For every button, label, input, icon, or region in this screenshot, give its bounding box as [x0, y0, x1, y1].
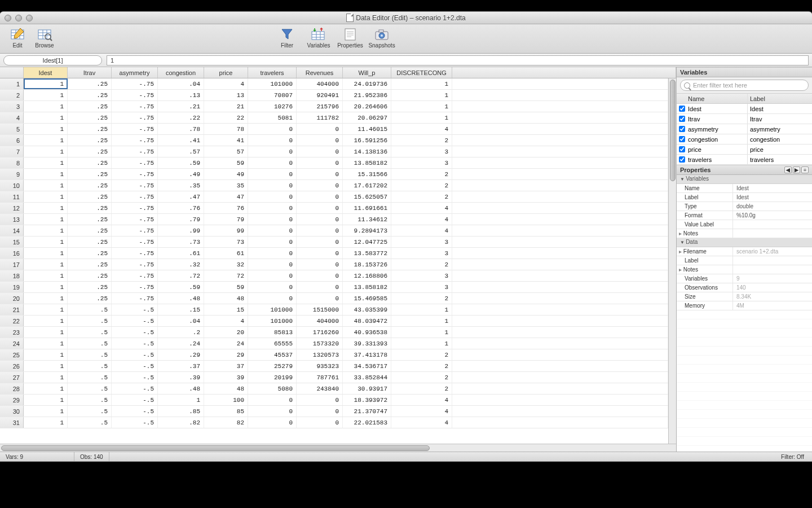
properties-button[interactable]: Properties [337, 27, 363, 52]
cell[interactable]: 2 [391, 361, 452, 371]
cell[interactable]: 0 [297, 157, 343, 168]
variable-row[interactable]: IdestIdest [677, 104, 812, 114]
cell[interactable]: 1 [24, 101, 68, 112]
cell[interactable]: 0 [248, 259, 297, 270]
properties-section-data-header[interactable]: Data [677, 238, 812, 247]
table-row[interactable]: 171.25-.75.32320018.1537262 [0, 259, 668, 270]
cell[interactable]: 2 [391, 383, 452, 394]
cell[interactable]: .13 [158, 90, 204, 100]
filter-button[interactable]: Filter [274, 27, 300, 52]
property-row[interactable]: Filenamescenario 1+2.dta [677, 247, 812, 256]
cell[interactable]: -.75 [112, 146, 158, 157]
cell[interactable]: 0 [297, 124, 343, 134]
cell[interactable]: 24.019736 [343, 78, 391, 89]
property-row[interactable]: Label [677, 256, 812, 265]
cell[interactable]: 0 [248, 157, 297, 168]
cell[interactable]: 0 [297, 203, 343, 213]
table-row[interactable]: 111.25-.75.47470015.6250572 [0, 191, 668, 203]
cell[interactable]: 79 [204, 214, 248, 225]
row-number[interactable]: 9 [0, 169, 24, 179]
cell[interactable]: 32 [204, 259, 248, 270]
variable-row[interactable]: congestioncongestion [677, 134, 812, 144]
row-number[interactable]: 3 [0, 101, 24, 112]
cell[interactable]: 2 [391, 372, 452, 383]
close-traffic-light[interactable] [5, 15, 11, 21]
cell[interactable]: 18.153726 [343, 259, 391, 270]
table-row[interactable]: 81.25-.75.59590013.8581823 [0, 157, 668, 169]
table-row[interactable]: 101.25-.75.35350017.6172022 [0, 180, 668, 191]
table-row[interactable]: 181.25-.75.72720012.1688063 [0, 270, 668, 282]
cell[interactable]: -.75 [112, 237, 158, 247]
variable-row[interactable]: priceprice [677, 144, 812, 155]
column-header-travelers[interactable]: travelers [248, 67, 297, 78]
cell[interactable]: 0 [297, 214, 343, 225]
var-header-label[interactable]: Label [748, 94, 812, 103]
cell[interactable]: 1 [24, 124, 68, 134]
cell[interactable]: 0 [248, 225, 297, 236]
cell[interactable]: 15.625057 [343, 191, 391, 202]
cell[interactable]: .5 [68, 349, 112, 360]
row-number[interactable]: 27 [0, 372, 24, 383]
variable-visibility-checkbox[interactable] [679, 136, 685, 142]
table-row[interactable]: 221.5-.5.04410100040400048.0394721 [0, 316, 668, 327]
cell-reference-box[interactable]: Idest[1] [3, 55, 102, 65]
table-row[interactable]: 151.25-.75.73730012.0477253 [0, 237, 668, 248]
column-header-Idest[interactable]: Idest [24, 67, 68, 78]
row-number[interactable]: 12 [0, 203, 24, 213]
cell[interactable]: 41 [204, 135, 248, 146]
cell[interactable]: .61 [158, 248, 204, 259]
cell[interactable]: 4 [391, 406, 452, 417]
table-row[interactable]: 191.25-.75.59590013.8581823 [0, 282, 668, 293]
cell[interactable]: 0 [248, 270, 297, 281]
cell[interactable]: .99 [158, 225, 204, 236]
cell[interactable]: 1 [24, 417, 68, 428]
cell[interactable]: 4 [391, 417, 452, 428]
cell[interactable]: .25 [68, 180, 112, 191]
cell[interactable]: 1 [24, 395, 68, 405]
cell[interactable]: .25 [68, 225, 112, 236]
table-row[interactable]: 251.5-.5.292945537132057337.4131782 [0, 349, 668, 361]
var-header-name[interactable]: Name [687, 94, 748, 103]
cell[interactable]: .25 [68, 146, 112, 157]
column-header-Will_p[interactable]: Will_p [343, 67, 391, 78]
cell[interactable]: 1 [24, 135, 68, 146]
cell[interactable]: -.75 [112, 191, 158, 202]
cell[interactable]: 20 [204, 327, 248, 338]
cell[interactable]: .5 [68, 327, 112, 338]
cell[interactable]: 1 [391, 90, 452, 100]
cell[interactable]: 1 [24, 293, 68, 304]
cell[interactable]: 1 [24, 338, 68, 349]
cell[interactable]: 0 [248, 237, 297, 247]
table-row[interactable]: 301.5-.5.85850021.3707474 [0, 406, 668, 417]
cell[interactable]: 39 [204, 372, 248, 383]
cell[interactable]: 0 [297, 282, 343, 292]
table-row[interactable]: 21.25-.75.13137080792049121.9523861 [0, 90, 668, 101]
cell[interactable]: .25 [68, 135, 112, 146]
cell[interactable]: .5 [68, 395, 112, 405]
cell[interactable]: .15 [158, 304, 204, 315]
cell[interactable]: 1 [391, 78, 452, 89]
table-row[interactable]: 41.25-.75.2222508111178220.062971 [0, 112, 668, 124]
cell[interactable]: -.75 [112, 78, 158, 89]
property-row[interactable]: LabelIdest [677, 193, 812, 202]
cell[interactable]: 65555 [248, 338, 297, 349]
variable-visibility-checkbox[interactable] [679, 106, 685, 112]
variable-row[interactable]: ItravItrav [677, 114, 812, 124]
cell[interactable]: 1573320 [297, 338, 343, 349]
table-row[interactable]: 241.5-.5.242465555157332039.3313931 [0, 338, 668, 349]
cell[interactable]: 4 [204, 78, 248, 89]
cell[interactable]: .32 [158, 259, 204, 270]
cell[interactable]: 5081 [248, 112, 297, 123]
property-row[interactable]: Format%10.0g [677, 211, 812, 220]
cell[interactable]: 0 [297, 180, 343, 191]
table-row[interactable]: 161.25-.75.61610013.5837723 [0, 248, 668, 259]
cell[interactable]: .25 [68, 282, 112, 292]
cell[interactable]: 4 [391, 225, 452, 236]
cell[interactable]: 3 [391, 146, 452, 157]
cell[interactable]: 48 [204, 293, 248, 304]
cell[interactable]: 5080 [248, 383, 297, 394]
cell[interactable]: 2 [391, 180, 452, 191]
cell[interactable]: -.75 [112, 293, 158, 304]
grid-body[interactable]: 11.25-.75.04410100040400024.019736121.25… [0, 78, 668, 444]
cell[interactable]: 1515000 [297, 304, 343, 315]
